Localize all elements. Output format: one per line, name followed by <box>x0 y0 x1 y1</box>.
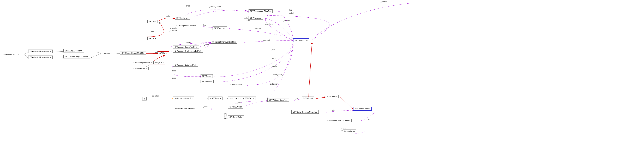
svg-text:_dcontext: _dcontext <box>262 39 270 41</box>
node-SFYResponderPtr[interactable]: < SFYResponderPtr > <box>132 61 154 64</box>
svg-text:_stransate: _stransate <box>169 27 177 29</box>
svg-line-43 <box>340 97 353 109</box>
svg-line-0 <box>24 52 28 54</box>
svg-text:_renderer: _renderer <box>283 20 290 22</box>
svg-text:_node: _node <box>204 44 209 46</box>
svg-line-40 <box>294 99 302 100</box>
node-SFYResponder[interactable]: SFYResponder <box>293 38 310 42</box>
svg-text:_exception: _exception <box>151 95 159 97</box>
svg-line-42 <box>316 97 326 99</box>
svg-text:_light: _light <box>223 115 227 117</box>
svg-line-50 <box>91 54 101 58</box>
svg-line-44 <box>308 42 312 97</box>
node-static-exception-SFCError[interactable]: static_exception< SFCError > <box>228 97 256 100</box>
node-SFYDistributer[interactable]: SFYDistributer <box>228 83 244 86</box>
svg-text:_global: _global <box>288 12 294 14</box>
svg-text:_child: _child <box>271 49 275 51</box>
svg-text:_sclip: _sclip <box>243 17 248 19</box>
node-SFYRenderer[interactable]: SFYRenderer <box>248 16 263 20</box>
node-SFXClusterHeap-Uint32[interactable]: SFXClusterHeap< Uint32 > <box>120 51 146 55</box>
node-SFYHandler[interactable]: SFYhandler <box>200 80 214 83</box>
node-SFACDbgAllocator[interactable]: SFACDbgAllocator > <box>64 49 84 53</box>
svg-text:_context: _context <box>380 1 387 3</box>
node-SFAHeap[interactable]: SFAHeap< Alloc > <box>2 53 20 56</box>
svg-text:_node: _node <box>171 77 176 79</box>
node-SFXGraphics-FontRec[interactable]: SFXGraphics::FontRec <box>175 24 197 27</box>
node-SFYTracer[interactable]: SFYTracer <box>200 74 213 78</box>
svg-text:_color: _color <box>295 98 300 99</box>
diagram-canvas: _buffer _origin _size _render_update _or… <box>0 0 644 142</box>
svg-text:_virtual_real: _virtual_real <box>264 23 273 25</box>
node-SFXRectangle[interactable]: SFXRectangle <box>175 16 190 20</box>
svg-text:_handler: _handler <box>271 65 278 67</box>
node-SFXArray-SFYResponderPtr[interactable]: SFXArray< SFYResponderPtr > <box>173 49 203 53</box>
node-SFAClusterHeap2[interactable]: SFAClusterHeap< Alloc > <box>28 56 52 59</box>
node-SFXGraphics[interactable]: SFXGraphics <box>212 26 227 30</box>
node-SFYWidget[interactable]: SFYWidget <box>302 97 314 100</box>
node-SFXClusterHeap-T-Alloc[interactable]: SFXClusterHeap< T, Alloc > <box>64 55 90 59</box>
node-button-focus[interactable]: button focus <box>343 130 356 133</box>
node-T[interactable]: T <box>142 97 146 100</box>
svg-text:_size: _size <box>150 30 154 32</box>
svg-text:_origin: _origin <box>164 15 170 17</box>
node-SFXBevelColor[interactable]: SFXBevelColor <box>228 115 244 119</box>
node-SFXRGBColor-RGBRec[interactable]: SFXRGBColor::RGBRec <box>173 107 197 110</box>
svg-text:_node: _node <box>171 70 176 72</box>
node-SFYButtonControl[interactable]: SFYButtonControl <box>353 107 372 111</box>
svg-text:_color: _color <box>202 106 208 108</box>
svg-text:_distributer: _distributer <box>269 83 278 85</box>
svg-text:_color: _color <box>331 109 336 111</box>
node-NodeRecPtr[interactable]: < NodeRecPtr > <box>132 67 148 70</box>
node-SFYResponder-FlagRec[interactable]: SFYResponder::FlagRec <box>248 9 272 13</box>
node-SFXRGBColor[interactable]: SFXRGBColor <box>228 105 244 109</box>
node-SFAClusterHeap1[interactable]: SFAClusterHeap< Alloc > <box>28 50 52 53</box>
node-Uint32[interactable]: < Uint32 > <box>101 52 113 55</box>
svg-text:_key: _key <box>367 118 370 120</box>
svg-line-49 <box>96 52 101 54</box>
svg-text:_font: _font <box>202 24 206 26</box>
node-SFYButtonControl-KeyRec[interactable]: SFYButtonControl::KeyRec <box>326 119 352 122</box>
svg-text:_stransate: _stransate <box>169 30 177 31</box>
svg-text:button: button <box>341 128 346 129</box>
node-SFCError[interactable]: < SFCError > <box>208 97 222 100</box>
svg-text:_render_update: _render_update <box>209 6 221 7</box>
node-SFYButtonControl-ColorRec[interactable]: SFYButtonControl::ColorRec <box>292 110 319 114</box>
svg-text:_flag: _flag <box>288 9 292 11</box>
node-SFXSize[interactable]: SFXSize <box>148 37 158 40</box>
svg-text:_color: _color <box>236 102 241 104</box>
svg-text:_base: _base <box>223 117 228 119</box>
node-SFAArray[interactable]: SFAArray <box>158 51 169 55</box>
svg-text:_origin: _origin <box>185 5 190 7</box>
node-SFXGnd[interactable]: SFXGnd <box>148 20 158 23</box>
svg-line-1 <box>24 54 28 58</box>
node-static-exception-T[interactable]: static_exception< T > <box>173 97 194 100</box>
svg-text:background_: background_ <box>274 74 283 75</box>
svg-text:_cache: _cache <box>185 41 191 43</box>
diagram-edges: _buffer _origin _size _render_update _or… <box>0 0 644 142</box>
node-SFYControl[interactable]: SFYControl <box>326 95 338 98</box>
node-SFYWidget-ColorRec[interactable]: SFYWidget::ColorRec <box>268 98 289 102</box>
svg-text:_clrA: _clrA <box>223 113 227 115</box>
node-SFXArray-NodeRecPtr[interactable]: SFXArray< NodeRecPtr > <box>173 63 198 67</box>
node-SFYDistributer-ContentRec[interactable]: SFYDistributer::ContentRec <box>211 40 237 44</box>
node-SFXArray-CacheRecPtr[interactable]: SFXArray< CacheRecPtr > <box>173 45 199 49</box>
svg-text:_graphics: _graphics <box>254 27 261 29</box>
svg-text:_tracer: _tracer <box>271 57 276 59</box>
